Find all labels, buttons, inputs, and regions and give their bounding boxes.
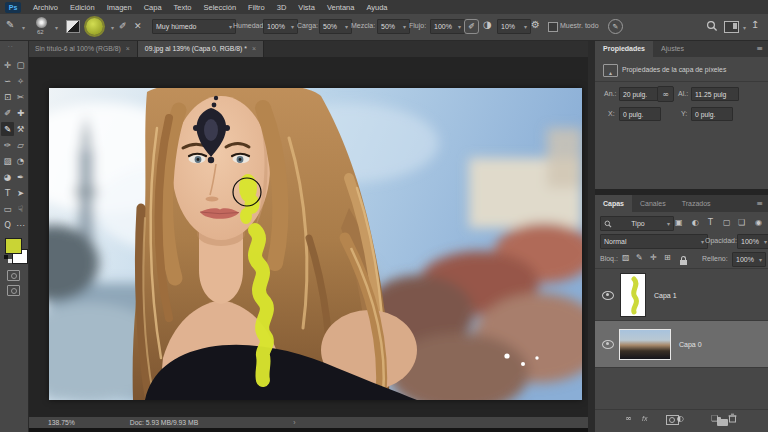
close-tab-icon[interactable]: × (126, 45, 130, 52)
filter-pixel-layers-icon[interactable]: ▣ (675, 218, 683, 228)
toolbar-grip[interactable]: ∙∙ (8, 42, 14, 49)
menu-texto[interactable]: Texto (174, 3, 192, 12)
marquee-tool[interactable]: ▢ (14, 58, 27, 72)
toggle-brush-settings-icon[interactable] (66, 20, 80, 33)
dodge-tool[interactable]: ◕ (1, 170, 14, 184)
screen-mode-icon[interactable] (7, 285, 20, 296)
workspace-icon[interactable] (724, 21, 739, 33)
document-tab-untitled[interactable]: Sin título-6 al 100% (RGB/8) × (28, 40, 138, 57)
tab-propiedades[interactable]: Propiedades (595, 40, 653, 57)
move-tool[interactable]: ✛ (1, 58, 14, 72)
shape-tool[interactable]: ▭ (1, 202, 14, 216)
workspace-dropdown-icon[interactable]: ▾ (743, 24, 746, 31)
filter-type-layers-icon[interactable]: T (708, 218, 713, 228)
blur-tool[interactable]: ◔ (14, 154, 27, 168)
lock-all-icon[interactable] (680, 260, 687, 265)
foreground-color-swatch[interactable] (5, 238, 22, 254)
load-select[interactable]: 50%▾ (319, 19, 352, 34)
type-tool[interactable]: T (1, 186, 14, 200)
layer-row-capa1[interactable]: Capa 1 (595, 270, 768, 320)
lock-position-icon[interactable]: ✛ (650, 253, 657, 263)
quick-selection-tool[interactable]: ✧ (14, 74, 27, 88)
brush-preview[interactable] (36, 17, 47, 28)
link-dimensions-icon[interactable]: ∞ (657, 86, 674, 102)
close-tab-icon[interactable]: × (252, 45, 256, 52)
tab-canales[interactable]: Canales (632, 195, 674, 212)
panel-menu-icon[interactable]: ≡ (756, 199, 763, 208)
x-field[interactable]: 0 pulg. (619, 107, 661, 121)
link-layers-icon[interactable]: ∞ (625, 414, 632, 424)
pressure-size-icon[interactable]: ✎ (608, 19, 623, 34)
gear-icon[interactable]: ⚙ (531, 20, 540, 30)
clean-brush-after-stroke-icon[interactable]: ✕ (134, 21, 142, 31)
layer-effects-icon[interactable]: fx (642, 415, 647, 422)
layer-row-capa0[interactable]: Capa 0 (595, 321, 768, 367)
airbrush-icon[interactable]: ◑ (483, 20, 492, 30)
lock-artboard-icon[interactable]: ⊞ (664, 253, 671, 263)
menu-3d[interactable]: 3D (277, 3, 287, 12)
photoshop-logo[interactable]: Ps (5, 2, 21, 13)
clone-stamp-tool[interactable]: ⚒ (14, 122, 27, 136)
menu-seleccion[interactable]: Selección (204, 3, 237, 12)
zoom-tool[interactable]: Q (1, 218, 14, 232)
layer-visibility-icon[interactable] (602, 291, 614, 300)
fill-select[interactable]: 100%▾ (732, 252, 766, 267)
brush-tool[interactable]: ✎ (1, 122, 14, 136)
menu-capa[interactable]: Capa (144, 3, 162, 12)
filter-adjustment-layers-icon[interactable]: ◐ (692, 218, 699, 228)
lasso-tool[interactable]: ∽ (1, 74, 14, 88)
flow-select[interactable]: 100%▾ (430, 19, 465, 34)
brush-picker-dropdown-icon[interactable]: ▾ (55, 24, 58, 31)
wet-preset-select[interactable]: Muy húmedo▾ (152, 19, 236, 34)
history-brush-tool[interactable]: ✑ (1, 138, 14, 152)
slice-tool[interactable]: ✂ (14, 90, 27, 104)
healing-brush-tool[interactable]: ✚ (14, 106, 27, 120)
crop-tool[interactable]: ⊡ (1, 90, 14, 104)
mix-select[interactable]: 50%▾ (377, 19, 410, 34)
menu-imagen[interactable]: Imagen (107, 3, 132, 12)
new-layer-icon[interactable]: ❏ (711, 414, 718, 424)
lock-transparency-icon[interactable]: ▨ (622, 253, 630, 263)
layer-name[interactable]: Capa 1 (654, 292, 677, 299)
zoom-level-field[interactable]: 138.75% (48, 419, 75, 426)
quick-mask-icon[interactable] (7, 270, 20, 281)
pen-pressure-opacity-icon[interactable]: ✐ (464, 19, 479, 34)
layer-thumbnail[interactable] (619, 329, 671, 360)
blend-mode-select[interactable]: Normal▾ (600, 234, 708, 249)
tab-ajustes[interactable]: Ajustes (653, 40, 692, 57)
menu-vista[interactable]: Vista (298, 3, 315, 12)
status-chevron-icon[interactable]: › (293, 419, 295, 426)
width-field[interactable]: 20 pulg. (619, 87, 661, 101)
y-field[interactable]: 0 pulg. (691, 107, 733, 121)
menu-archivo[interactable]: Archivo (33, 3, 58, 12)
menu-ayuda[interactable]: Ayuda (366, 3, 387, 12)
tab-trazados[interactable]: Trazados (674, 195, 719, 212)
pen-tool[interactable]: ✒ (14, 170, 27, 184)
tab-capas[interactable]: Capas (595, 195, 632, 212)
eraser-tool[interactable]: ▱ (14, 138, 27, 152)
load-brush-after-stroke-icon[interactable]: ✐ (119, 21, 127, 31)
share-icon[interactable]: ↥ (751, 20, 759, 30)
layer-filter-select[interactable]: Tipo▾ (600, 216, 674, 231)
document-tab-09jpg[interactable]: 09.jpg al 139% (Capa 0, RGB/8) * × (138, 40, 264, 57)
tool-preset-dropdown-icon[interactable]: ▾ (22, 24, 25, 31)
height-field[interactable]: 11.25 pulg (691, 87, 739, 101)
sample-all-checkbox[interactable] (548, 22, 558, 32)
filter-smart-objects-icon[interactable]: ❏ (738, 218, 745, 228)
menu-filtro[interactable]: Filtro (248, 3, 265, 12)
new-adjustment-layer-icon[interactable]: ◐ (677, 414, 684, 424)
menu-ventana[interactable]: Ventana (327, 3, 355, 12)
eyedropper-tool[interactable]: ✐ (1, 106, 14, 120)
edit-toolbar-button[interactable]: ⋯ (14, 218, 27, 232)
hand-tool[interactable]: ☟ (14, 202, 27, 216)
filter-pin-icon[interactable]: ◉ (755, 218, 762, 228)
humidity-select[interactable]: 100%▾ (263, 19, 298, 34)
layer-visibility-icon[interactable] (602, 340, 614, 349)
opacity-select[interactable]: 100%▾ (737, 234, 768, 249)
path-selection-tool[interactable]: ➤ (14, 186, 27, 200)
gradient-tool[interactable]: ▨ (1, 154, 14, 168)
new-group-icon[interactable] (717, 419, 728, 426)
layer-thumbnail[interactable] (620, 273, 646, 317)
delete-layer-icon[interactable] (728, 413, 737, 423)
brush-tool-preset-icon[interactable]: ✎ (6, 20, 14, 30)
